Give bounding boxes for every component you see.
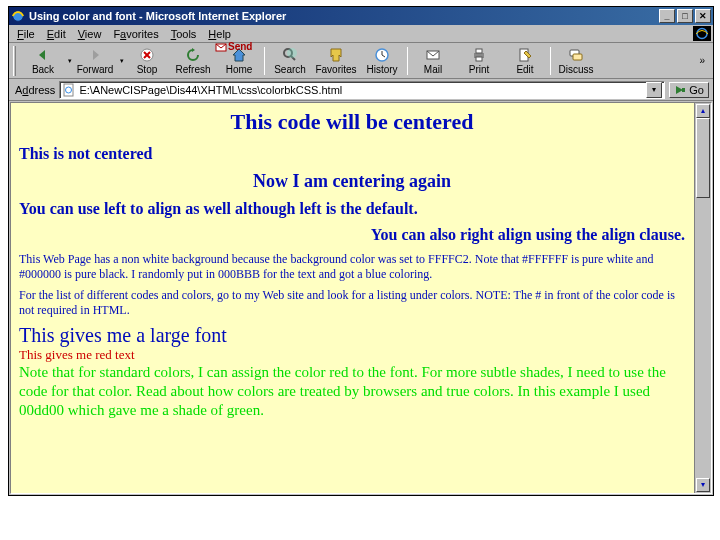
mail-button[interactable]: Mail — [410, 46, 456, 76]
svg-rect-14 — [476, 49, 482, 53]
toolbar: Back ▾ Forward ▾ Stop Refresh Home Searc… — [9, 43, 713, 79]
titlebar: Using color and font - Microsoft Interne… — [9, 7, 713, 25]
text-large-font: This gives me a large font — [19, 324, 685, 347]
discuss-button[interactable]: Discuss — [553, 46, 599, 76]
svg-rect-22 — [682, 88, 685, 92]
page-viewport: ▴ ▾ This code will be centered This is n… — [10, 102, 712, 494]
home-label: Home — [226, 64, 253, 75]
menubar: File Edit View Favorites Tools Help — [9, 25, 713, 43]
mail-label: Mail — [424, 64, 442, 75]
favorites-button[interactable]: Favorites — [313, 46, 359, 76]
address-input[interactable]: E:\ANewCISPage\Dis44\XHTML\css\colorbkCS… — [59, 81, 665, 99]
forward-label: Forward — [77, 64, 114, 75]
print-label: Print — [469, 64, 490, 75]
address-dropdown-icon[interactable]: ▾ — [646, 82, 662, 98]
stop-button[interactable]: Stop — [124, 46, 170, 76]
search-button[interactable]: Search — [267, 46, 313, 76]
heading-centered: This code will be centered — [19, 109, 685, 135]
forward-arrow-icon — [87, 46, 103, 64]
favorites-label: Favorites — [315, 64, 356, 75]
close-button[interactable]: ✕ — [695, 9, 711, 23]
maximize-button[interactable]: □ — [677, 9, 693, 23]
page-icon — [62, 83, 76, 97]
address-value: E:\ANewCISPage\Dis44\XHTML\css\colorbkCS… — [79, 84, 342, 96]
stop-label: Stop — [137, 64, 158, 75]
text-green: Note that for standard colors, I can ass… — [19, 363, 685, 419]
history-button[interactable]: History — [359, 46, 405, 76]
heading-centering-again: Now I am centering again — [19, 171, 685, 192]
stop-icon — [139, 46, 155, 64]
refresh-button[interactable]: Refresh — [170, 46, 216, 76]
menu-tools[interactable]: Tools — [165, 27, 203, 41]
back-label: Back — [32, 64, 54, 75]
history-label: History — [366, 64, 397, 75]
send-icon — [215, 42, 227, 52]
content-area: ▴ ▾ This code will be centered This is n… — [9, 101, 713, 495]
menu-help[interactable]: Help — [202, 27, 237, 41]
back-button[interactable]: Back — [20, 46, 66, 76]
edit-label: Edit — [516, 64, 533, 75]
edit-icon — [517, 46, 533, 64]
forward-button[interactable]: Forward — [72, 46, 118, 76]
paragraph-bg-explain: This Web Page has a non white background… — [19, 252, 685, 282]
menu-favorites[interactable]: Favorites — [107, 27, 164, 41]
scroll-down-button[interactable]: ▾ — [696, 478, 710, 492]
heading-right-align: You can also right align using the align… — [19, 226, 685, 244]
refresh-label: Refresh — [175, 64, 210, 75]
go-button[interactable]: Go — [669, 82, 709, 98]
scroll-up-button[interactable]: ▴ — [696, 104, 710, 118]
ie-throbber-icon — [693, 26, 711, 41]
refresh-icon — [185, 46, 201, 64]
discuss-icon — [568, 46, 584, 64]
back-arrow-icon — [35, 46, 51, 64]
menu-edit[interactable]: Edit — [41, 27, 72, 41]
minimize-button[interactable]: _ — [659, 9, 675, 23]
toolbar-overflow-icon[interactable]: » — [695, 55, 709, 66]
paragraph-color-list: For the list of different codes and colo… — [19, 288, 685, 318]
edit-button[interactable]: Edit — [502, 46, 548, 76]
page-body: This code will be centered This is not c… — [19, 109, 703, 419]
window-title: Using color and font - Microsoft Interne… — [29, 10, 659, 22]
ie-window: Using color and font - Microsoft Interne… — [8, 6, 714, 496]
toolbar-grip[interactable] — [13, 46, 16, 76]
history-icon — [374, 46, 390, 64]
address-label: Address — [15, 84, 55, 96]
svg-point-8 — [287, 48, 297, 58]
toolbar-separator — [264, 47, 265, 75]
text-red: This gives me red text — [19, 347, 685, 363]
menu-view[interactable]: View — [72, 27, 108, 41]
ie-icon — [11, 9, 25, 23]
go-icon — [674, 84, 686, 96]
scroll-thumb[interactable] — [696, 118, 710, 198]
heading-not-centered: This is not centered — [19, 145, 685, 163]
toolbar-separator — [550, 47, 551, 75]
favorites-icon — [328, 46, 344, 64]
heading-left-align: You can use left to align as well althou… — [19, 200, 685, 218]
print-button[interactable]: Print — [456, 46, 502, 76]
send-badge: Send — [215, 41, 252, 52]
menu-file[interactable]: File — [11, 27, 41, 41]
svg-rect-15 — [476, 57, 482, 61]
toolbar-separator — [407, 47, 408, 75]
discuss-label: Discuss — [558, 64, 593, 75]
search-label: Search — [274, 64, 306, 75]
mail-icon — [425, 46, 441, 64]
print-icon — [471, 46, 487, 64]
address-bar: Address E:\ANewCISPage\Dis44\XHTML\css\c… — [9, 79, 713, 101]
search-icon — [282, 46, 298, 64]
svg-rect-18 — [573, 54, 582, 60]
